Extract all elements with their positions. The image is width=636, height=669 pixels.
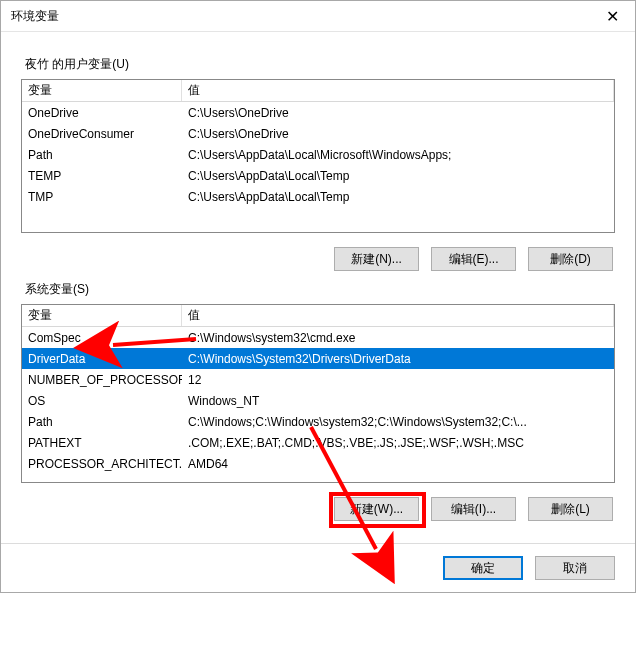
table-row[interactable]: PATHEXT.COM;.EXE;.BAT;.CMD;.VBS;.VBE;.JS… [22, 432, 614, 453]
header-val[interactable]: 值 [182, 305, 614, 326]
user-vars-header: 变量 值 [22, 80, 614, 102]
highlight-box [329, 492, 426, 528]
val-cell: C:\Windows\system32\cmd.exe [182, 331, 614, 345]
val-cell: .COM;.EXE;.BAT;.CMD;.VBS;.VBE;.JS;.JSE;.… [182, 436, 614, 450]
table-row[interactable]: OSWindows_NT [22, 390, 614, 411]
val-cell: C:\Users\AppData\Local\Temp [182, 190, 614, 204]
user-vars-buttons: 新建(N)... 编辑(E)... 删除(D) [21, 247, 613, 271]
var-cell: OneDrive [22, 106, 182, 120]
dialog-footer: 确定 取消 [1, 543, 635, 592]
sys-vars-label: 系统变量(S) [25, 281, 615, 298]
var-cell: PROCESSOR_ARCHITECT... [22, 457, 182, 471]
user-vars-body[interactable]: OneDriveC:\Users\OneDriveOneDriveConsume… [22, 102, 614, 232]
table-row[interactable]: DriverDataC:\Windows\System32\Drivers\Dr… [22, 348, 614, 369]
sys-edit-button[interactable]: 编辑(I)... [431, 497, 516, 521]
sys-vars-header: 变量 值 [22, 305, 614, 327]
var-cell: Path [22, 148, 182, 162]
table-row[interactable]: TMPC:\Users\AppData\Local\Temp [22, 186, 614, 207]
var-cell: Path [22, 415, 182, 429]
var-cell: ComSpec [22, 331, 182, 345]
table-row[interactable]: PROCESSOR_ARCHITECT...AMD64 [22, 453, 614, 474]
user-new-button[interactable]: 新建(N)... [334, 247, 419, 271]
var-cell: OneDriveConsumer [22, 127, 182, 141]
user-edit-button[interactable]: 编辑(E)... [431, 247, 516, 271]
table-row[interactable]: ComSpecC:\Windows\system32\cmd.exe [22, 327, 614, 348]
var-cell: TMP [22, 190, 182, 204]
cancel-button[interactable]: 取消 [535, 556, 615, 580]
table-row[interactable]: OneDriveConsumerC:\Users\OneDrive [22, 123, 614, 144]
close-icon[interactable]: ✕ [590, 1, 635, 31]
val-cell: C:\Users\OneDrive [182, 127, 614, 141]
sys-vars-list: 变量 值 ComSpecC:\Windows\system32\cmd.exeD… [21, 304, 615, 483]
user-delete-button[interactable]: 删除(D) [528, 247, 613, 271]
header-var[interactable]: 变量 [22, 80, 182, 101]
header-var[interactable]: 变量 [22, 305, 182, 326]
val-cell: C:\Users\OneDrive [182, 106, 614, 120]
val-cell: C:\Windows\System32\Drivers\DriverData [182, 352, 614, 366]
val-cell: Windows_NT [182, 394, 614, 408]
table-row[interactable]: NUMBER_OF_PROCESSORS12 [22, 369, 614, 390]
var-cell: TEMP [22, 169, 182, 183]
val-cell: AMD64 [182, 457, 614, 471]
table-row[interactable]: PathC:\Windows;C:\Windows\system32;C:\Wi… [22, 411, 614, 432]
var-cell: DriverData [22, 352, 182, 366]
header-val[interactable]: 值 [182, 80, 614, 101]
var-cell: OS [22, 394, 182, 408]
table-row[interactable]: TEMPC:\Users\AppData\Local\Temp [22, 165, 614, 186]
user-vars-list: 变量 值 OneDriveC:\Users\OneDriveOneDriveCo… [21, 79, 615, 233]
val-cell: C:\Users\AppData\Local\Microsoft\Windows… [182, 148, 614, 162]
val-cell: C:\Users\AppData\Local\Temp [182, 169, 614, 183]
var-cell: NUMBER_OF_PROCESSORS [22, 373, 182, 387]
env-vars-dialog: 环境变量 ✕ 夜竹 的用户变量(U) 变量 值 OneDriveC:\Users… [0, 0, 636, 593]
dialog-content: 夜竹 的用户变量(U) 变量 值 OneDriveC:\Users\OneDri… [1, 32, 635, 543]
table-row[interactable]: OneDriveC:\Users\OneDrive [22, 102, 614, 123]
var-cell: PATHEXT [22, 436, 182, 450]
window-title: 环境变量 [11, 8, 590, 25]
user-vars-label: 夜竹 的用户变量(U) [25, 56, 615, 73]
val-cell: C:\Windows;C:\Windows\system32;C:\Window… [182, 415, 614, 429]
table-row[interactable]: PathC:\Users\AppData\Local\Microsoft\Win… [22, 144, 614, 165]
sys-vars-body[interactable]: ComSpecC:\Windows\system32\cmd.exeDriver… [22, 327, 614, 482]
sys-vars-buttons: 新建(W)... 编辑(I)... 删除(L) [21, 497, 613, 521]
sys-delete-button[interactable]: 删除(L) [528, 497, 613, 521]
ok-button[interactable]: 确定 [443, 556, 523, 580]
titlebar: 环境变量 ✕ [1, 1, 635, 32]
val-cell: 12 [182, 373, 614, 387]
